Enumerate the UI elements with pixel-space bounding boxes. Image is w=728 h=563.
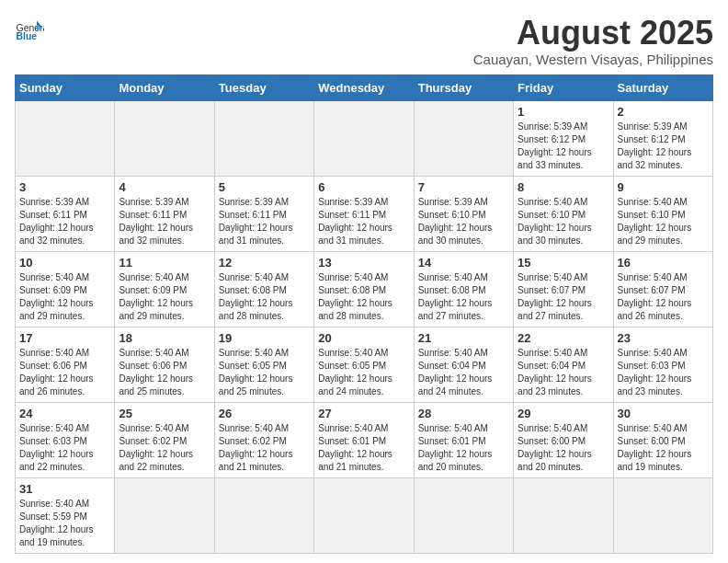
day-number: 20 [318,331,409,345]
calendar-cell: 1Sunrise: 5:39 AM Sunset: 6:12 PM Daylig… [514,100,613,176]
day-number: 17 [19,331,110,345]
calendar-cell: 31Sunrise: 5:40 AM Sunset: 5:59 PM Dayli… [16,477,115,553]
day-info: Sunrise: 5:40 AM Sunset: 6:10 PM Dayligh… [618,196,709,247]
calendar-cell: 3Sunrise: 5:39 AM Sunset: 6:11 PM Daylig… [16,176,115,251]
day-number: 16 [618,256,709,270]
day-number: 6 [318,180,409,194]
calendar-cell: 23Sunrise: 5:40 AM Sunset: 6:03 PM Dayli… [613,327,712,402]
day-info: Sunrise: 5:40 AM Sunset: 6:07 PM Dayligh… [518,271,609,323]
calendar-cell [115,100,214,176]
day-info: Sunrise: 5:40 AM Sunset: 6:07 PM Dayligh… [618,271,709,323]
calendar-cell: 15Sunrise: 5:40 AM Sunset: 6:07 PM Dayli… [514,251,613,327]
calendar-cell [314,100,414,176]
day-info: Sunrise: 5:40 AM Sunset: 6:01 PM Dayligh… [418,422,509,474]
day-info: Sunrise: 5:40 AM Sunset: 6:06 PM Dayligh… [119,347,210,398]
calendar-cell: 4Sunrise: 5:39 AM Sunset: 6:11 PM Daylig… [115,176,214,251]
day-info: Sunrise: 5:40 AM Sunset: 6:08 PM Dayligh… [318,271,409,323]
day-info: Sunrise: 5:40 AM Sunset: 6:05 PM Dayligh… [219,347,310,398]
title-block: August 2025 Cauayan, Western Visayas, Ph… [473,15,713,67]
calendar-cell [214,100,313,176]
day-info: Sunrise: 5:39 AM Sunset: 6:11 PM Dayligh… [119,196,210,247]
day-info: Sunrise: 5:40 AM Sunset: 6:06 PM Dayligh… [19,347,110,398]
day-number: 30 [618,407,709,420]
calendar-cell [414,477,513,553]
day-info: Sunrise: 5:40 AM Sunset: 6:09 PM Dayligh… [19,271,110,323]
day-number: 21 [418,331,509,345]
day-number: 23 [618,331,709,345]
day-number: 26 [219,407,310,420]
calendar-cell: 8Sunrise: 5:40 AM Sunset: 6:10 PM Daylig… [514,176,613,251]
day-info: Sunrise: 5:40 AM Sunset: 6:02 PM Dayligh… [119,422,210,474]
calendar-cell: 5Sunrise: 5:39 AM Sunset: 6:11 PM Daylig… [214,176,313,251]
day-number: 1 [518,105,609,119]
day-info: Sunrise: 5:40 AM Sunset: 6:02 PM Dayligh… [219,422,310,474]
day-number: 5 [219,180,310,194]
week-row-2: 10Sunrise: 5:40 AM Sunset: 6:09 PM Dayli… [16,251,713,327]
weekday-header-friday: Friday [514,75,613,100]
day-number: 4 [119,180,210,194]
day-number: 2 [618,105,709,119]
day-number: 13 [318,256,409,270]
calendar-cell: 11Sunrise: 5:40 AM Sunset: 6:09 PM Dayli… [115,251,214,327]
calendar-cell: 28Sunrise: 5:40 AM Sunset: 6:01 PM Dayli… [414,402,513,477]
day-number: 9 [618,180,709,194]
day-info: Sunrise: 5:40 AM Sunset: 6:03 PM Dayligh… [618,347,709,398]
calendar-table: SundayMondayTuesdayWednesdayThursdayFrid… [15,75,713,554]
day-info: Sunrise: 5:40 AM Sunset: 5:59 PM Dayligh… [19,498,110,549]
logo-icon: General Blue [15,15,44,44]
day-number: 3 [19,180,110,194]
weekday-header-row: SundayMondayTuesdayWednesdayThursdayFrid… [16,75,713,100]
calendar-subtitle: Cauayan, Western Visayas, Philippines [473,52,713,67]
weekday-header-thursday: Thursday [414,75,513,100]
calendar-cell: 10Sunrise: 5:40 AM Sunset: 6:09 PM Dayli… [16,251,115,327]
day-number: 8 [518,180,609,194]
week-row-1: 3Sunrise: 5:39 AM Sunset: 6:11 PM Daylig… [16,176,713,251]
calendar-cell [314,477,414,553]
week-row-3: 17Sunrise: 5:40 AM Sunset: 6:06 PM Dayli… [16,327,713,402]
day-info: Sunrise: 5:39 AM Sunset: 6:12 PM Dayligh… [618,121,709,172]
calendar-cell: 21Sunrise: 5:40 AM Sunset: 6:04 PM Dayli… [414,327,513,402]
day-info: Sunrise: 5:40 AM Sunset: 6:04 PM Dayligh… [418,347,509,398]
calendar-cell: 7Sunrise: 5:39 AM Sunset: 6:10 PM Daylig… [414,176,513,251]
calendar-cell: 19Sunrise: 5:40 AM Sunset: 6:05 PM Dayli… [214,327,313,402]
day-number: 11 [119,256,210,270]
day-number: 28 [418,407,509,420]
day-number: 27 [318,407,409,420]
weekday-header-sunday: Sunday [16,75,115,100]
day-number: 10 [19,256,110,270]
calendar-cell: 17Sunrise: 5:40 AM Sunset: 6:06 PM Dayli… [16,327,115,402]
calendar-cell [414,100,513,176]
day-number: 7 [418,180,509,194]
day-number: 31 [19,482,110,496]
calendar-cell: 18Sunrise: 5:40 AM Sunset: 6:06 PM Dayli… [115,327,214,402]
calendar-cell: 24Sunrise: 5:40 AM Sunset: 6:03 PM Dayli… [16,402,115,477]
day-number: 12 [219,256,310,270]
calendar-title: August 2025 [473,15,713,52]
day-number: 25 [119,407,210,420]
day-number: 22 [518,331,609,345]
week-row-0: 1Sunrise: 5:39 AM Sunset: 6:12 PM Daylig… [16,100,713,176]
week-row-4: 24Sunrise: 5:40 AM Sunset: 6:03 PM Dayli… [16,402,713,477]
day-number: 19 [219,331,310,345]
calendar-cell [115,477,214,553]
day-info: Sunrise: 5:40 AM Sunset: 6:03 PM Dayligh… [19,422,110,474]
week-row-5: 31Sunrise: 5:40 AM Sunset: 5:59 PM Dayli… [16,477,713,553]
day-number: 18 [119,331,210,345]
calendar-cell: 30Sunrise: 5:40 AM Sunset: 6:00 PM Dayli… [613,402,712,477]
calendar-cell [214,477,313,553]
calendar-cell: 14Sunrise: 5:40 AM Sunset: 6:08 PM Dayli… [414,251,513,327]
day-number: 14 [418,256,509,270]
calendar-cell: 16Sunrise: 5:40 AM Sunset: 6:07 PM Dayli… [613,251,712,327]
calendar-cell: 6Sunrise: 5:39 AM Sunset: 6:11 PM Daylig… [314,176,414,251]
calendar-cell: 2Sunrise: 5:39 AM Sunset: 6:12 PM Daylig… [613,100,712,176]
calendar-cell: 20Sunrise: 5:40 AM Sunset: 6:05 PM Dayli… [314,327,414,402]
calendar-cell: 9Sunrise: 5:40 AM Sunset: 6:10 PM Daylig… [613,176,712,251]
day-number: 29 [518,407,609,420]
logo: General Blue [15,15,44,44]
day-info: Sunrise: 5:40 AM Sunset: 6:08 PM Dayligh… [418,271,509,323]
day-info: Sunrise: 5:39 AM Sunset: 6:10 PM Dayligh… [418,196,509,247]
page-header: General Blue August 2025 Cauayan, Wester… [15,15,713,67]
day-info: Sunrise: 5:40 AM Sunset: 6:00 PM Dayligh… [518,422,609,474]
calendar-cell: 29Sunrise: 5:40 AM Sunset: 6:00 PM Dayli… [514,402,613,477]
calendar-cell: 12Sunrise: 5:40 AM Sunset: 6:08 PM Dayli… [214,251,313,327]
